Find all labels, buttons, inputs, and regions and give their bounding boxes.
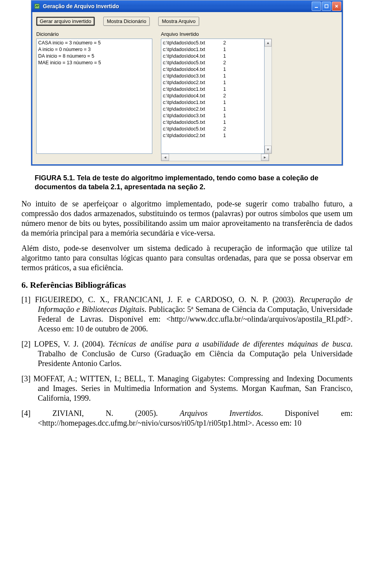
file-path: c:\tp\dados\doc5.txt: [163, 119, 223, 126]
file-count: 1: [223, 86, 236, 93]
file-count: 1: [223, 99, 236, 106]
reference-item: [3] MOFFAT, A.; WITTEN, I.; BELL, T. Man…: [21, 374, 353, 403]
list-item[interactable]: MAE inicio = 13 núumero = 5: [38, 60, 150, 66]
reference-item: [4] ZIVIANI, N. (2005). Arquivos Inverti…: [21, 408, 353, 428]
section-heading: 6. Referências Bibliográficas: [21, 280, 353, 290]
file-path: c:\tp\dados\doc1.txt: [163, 86, 223, 93]
list-item[interactable]: DA inicio = 8 núumero = 5: [38, 53, 150, 60]
file-path: c:\tp\dados\doc4.txt: [163, 93, 223, 99]
titlebar[interactable]: Geração de Arquivo Invertido: [31, 0, 343, 12]
file-count: 1: [223, 46, 236, 53]
client-area: Gerar arquivo invertido Mostra Dicionári…: [31, 12, 343, 165]
file-path: c:\tp\dados\doc5.txt: [163, 40, 223, 46]
file-count: 1: [223, 73, 236, 79]
reference-text: [1] FIGUEIREDO, C. X., FRANCICANI, J. F.…: [21, 295, 300, 304]
scroll-down-icon[interactable]: ▼: [265, 146, 272, 153]
list-item[interactable]: CASA inicio = 3 núumero = 5: [38, 40, 150, 46]
vertical-scrollbar[interactable]: ▲ ▼: [265, 39, 272, 154]
list-item[interactable]: c:\tp\dados\doc3.txt1: [163, 73, 263, 79]
file-count: 1: [223, 53, 236, 60]
show-file-button[interactable]: Mostra Arquivo: [158, 17, 199, 26]
list-item[interactable]: A inicio = 0 núumero = 3: [38, 46, 150, 53]
file-path: c:\tp\dados\doc2.txt: [163, 79, 223, 86]
file-count: 1: [223, 132, 236, 139]
reference-title: Técnicas de análise para a usabilidade d…: [108, 340, 351, 348]
file-count: 1: [223, 66, 236, 73]
dictionary-panel: Dicionário CASA inicio = 3 núumero = 5A …: [36, 31, 152, 161]
list-item[interactable]: c:\tp\dados\doc4.txt2: [163, 93, 263, 99]
show-dictionary-button[interactable]: Mostra Dicionário: [103, 17, 150, 26]
list-item[interactable]: c:\tp\dados\doc5.txt1: [163, 119, 263, 126]
reference-item: [2] LOPES, V. J. (2004). Técnicas de aná…: [21, 339, 353, 368]
file-path: c:\tp\dados\doc2.txt: [163, 106, 223, 113]
scroll-up-icon[interactable]: ▲: [265, 39, 272, 47]
file-path: c:\tp\dados\doc5.txt: [163, 60, 223, 66]
list-item[interactable]: c:\tp\dados\doc2.txt1: [163, 132, 263, 139]
file-path: c:\tp\dados\doc3.txt: [163, 73, 223, 79]
minimize-button[interactable]: [312, 2, 321, 11]
svg-rect-0: [35, 4, 39, 9]
generate-button[interactable]: Gerar arquivo invertido: [36, 17, 95, 26]
list-item[interactable]: c:\tp\dados\doc5.txt2: [163, 60, 263, 66]
list-item[interactable]: c:\tp\dados\doc5.txt2: [163, 126, 263, 132]
paragraph: Além disto, pode-se desenvolver um siste…: [21, 243, 353, 273]
article-body: FIGURA 5.1. Tela de teste do algoritmo i…: [21, 174, 353, 428]
file-path: c:\tp\dados\doc1.txt: [163, 46, 223, 53]
svg-rect-2: [325, 5, 328, 8]
scroll-track[interactable]: [265, 47, 272, 146]
file-count: 1: [223, 79, 236, 86]
file-count: 2: [223, 126, 236, 132]
reference-title: Arquivos Invertidos: [180, 409, 261, 417]
list-item[interactable]: c:\tp\dados\doc1.txt1: [163, 99, 263, 106]
list-item[interactable]: c:\tp\dados\doc5.txt2: [163, 40, 263, 46]
reference-text: [4] ZIVIANI, N. (2005).: [21, 409, 180, 417]
scroll-right-icon[interactable]: ►: [261, 154, 269, 161]
horizontal-scrollbar[interactable]: ◄ ►: [161, 154, 269, 161]
list-item[interactable]: c:\tp\dados\doc1.txt1: [163, 86, 263, 93]
list-item[interactable]: c:\tp\dados\doc4.txt1: [163, 66, 263, 73]
file-count: 1: [223, 106, 236, 113]
inverted-label: Arquivo Invertido: [161, 31, 272, 37]
close-button[interactable]: [332, 2, 341, 11]
inverted-panel: Arquivo Invertido c:\tp\dados\doc5.txt2c…: [161, 31, 272, 161]
file-path: c:\tp\dados\doc2.txt: [163, 132, 223, 139]
file-count: 2: [223, 40, 236, 46]
file-count: 1: [223, 119, 236, 126]
dictionary-label: Dicionário: [36, 31, 152, 37]
inverted-listbox[interactable]: c:\tp\dados\doc5.txt2c:\tp\dados\doc1.tx…: [161, 39, 265, 154]
file-path: c:\tp\dados\doc1.txt: [163, 99, 223, 106]
file-count: 2: [223, 93, 236, 99]
reference-text: [2] LOPES, V. J. (2004).: [21, 340, 108, 348]
maximize-button[interactable]: [322, 2, 331, 11]
list-item[interactable]: c:\tp\dados\doc2.txt1: [163, 106, 263, 113]
scroll-left-icon[interactable]: ◄: [161, 154, 169, 161]
reference-item: [1] FIGUEIREDO, C. X., FRANCICANI, J. F.…: [21, 295, 353, 334]
list-item[interactable]: c:\tp\dados\doc3.txt1: [163, 113, 263, 119]
file-count: 2: [223, 60, 236, 66]
scroll-track[interactable]: [169, 154, 261, 161]
svg-rect-1: [315, 7, 318, 8]
file-count: 1: [223, 113, 236, 119]
app-window: Geração de Arquivo Invertido Gerar arqui…: [31, 0, 343, 166]
dictionary-listbox[interactable]: CASA inicio = 3 núumero = 5A inicio = 0 …: [36, 39, 152, 154]
file-path: c:\tp\dados\doc4.txt: [163, 66, 223, 73]
list-item[interactable]: c:\tp\dados\doc1.txt1: [163, 46, 263, 53]
figure-caption: FIGURA 5.1. Tela de teste do algoritmo i…: [35, 174, 353, 192]
file-path: c:\tp\dados\doc4.txt: [163, 53, 223, 60]
file-path: c:\tp\dados\doc5.txt: [163, 126, 223, 132]
list-item[interactable]: c:\tp\dados\doc4.txt1: [163, 53, 263, 60]
app-icon: [34, 3, 41, 10]
window-title: Geração de Arquivo Invertido: [43, 3, 312, 9]
file-path: c:\tp\dados\doc3.txt: [163, 113, 223, 119]
paragraph: No intuito de se aperfeiçoar o algoritmo…: [21, 199, 353, 238]
list-item[interactable]: c:\tp\dados\doc2.txt1: [163, 79, 263, 86]
